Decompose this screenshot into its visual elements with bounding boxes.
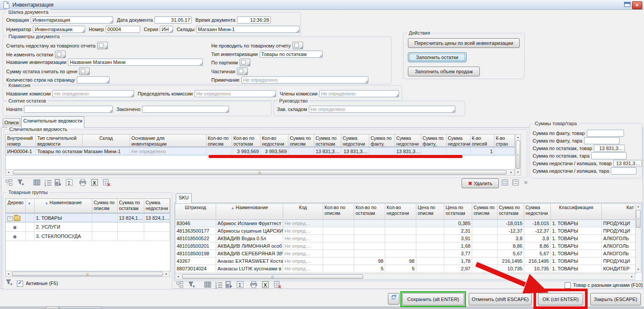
expand-icon[interactable]: + [8,216,12,221]
scrollbar-thumb[interactable]: ||| [182,274,363,279]
column-header[interactable]: Кол-во по описям [323,204,354,220]
scroll-left-arrow[interactable]: ◄ [6,272,11,277]
column-header[interactable]: Сумма по описям [288,135,314,147]
column-header[interactable]: ▲Наименование [216,204,283,220]
calculator-icon[interactable] [225,281,233,289]
active-f5-checkbox[interactable] [17,281,23,287]
column-header[interactable]: Сумма по факту, [369,135,395,147]
operation-input[interactable]: Инвентаризация [31,16,113,24]
column-header[interactable]: Основание для инвентаризации [130,135,206,147]
column-header[interactable]: Кол-во по остаткам [232,135,261,147]
groups-filter-icon[interactable] [5,279,13,287]
number-input[interactable]: 00004 [106,26,140,33]
doc-time-input[interactable]: 12:36:28 [237,16,271,24]
warehouse-input[interactable]: Магазин Мини-1 [196,26,300,33]
print-icon[interactable] [250,281,258,289]
table-row[interactable]: 481018500522АКВАДИВ Водка 0.5лНе опред…3… [175,235,636,242]
table-row[interactable]: 2. УСЛУГИ [6,222,170,232]
numbered-list-icon[interactable]: 123 [215,281,223,289]
cancel-button[interactable]: Отменить (shift ESCAPE) [469,293,532,305]
column-header[interactable]: Сумма по описям [92,199,118,213]
list-view-icon[interactable] [512,179,520,187]
sheet-v-scrollbar[interactable]: ▲▼= [515,134,521,175]
column-header[interactable]: Сумма недостачи [341,135,369,147]
warehouse-manager-input[interactable]: Не определено [309,106,455,113]
column-header[interactable]: Штрихкод [175,204,216,220]
column-header[interactable]: Сумма недостачи [395,135,421,147]
table-row[interactable]: 481018500198АКВАДИВ СЕРЕБРЯНАЯ 38% Водк…… [175,250,636,258]
tree-icon[interactable] [5,179,13,187]
columns-icon[interactable] [204,281,212,289]
columns-icon[interactable] [33,179,41,187]
close-button[interactable]: ✕ [632,1,642,9]
flag-by-batches[interactable] [240,59,250,66]
table-row[interactable]: 83046Абрикос Испания Фрукттест весНе опр… [175,220,636,227]
grid-view-icon[interactable] [502,179,510,187]
refresh-button[interactable] [388,293,399,305]
scroll-left-arrow[interactable]: ◄ [6,170,11,175]
table-row[interactable]: +1. ТОВАРЫ13 824,1…13 824,1… [6,213,170,222]
sheet-h-scrollbar[interactable]: ◄►||| [5,169,514,175]
scroll-right-arrow[interactable]: ► [629,274,635,279]
sum-icon[interactable]: Σ [66,179,74,187]
inventory-type-input[interactable]: Товары по остаткам [260,51,323,58]
scrollbar-thumb[interactable]: = [636,210,640,228]
flag-sum-by-price[interactable] [79,67,90,75]
numerator-input[interactable]: Инвентаризации [33,26,85,33]
sum-field-5[interactable] [611,167,636,174]
delete-button[interactable]: ✖ Удалить [462,178,499,188]
restore-icon[interactable] [624,2,632,8]
column-header[interactable]: Сумма недостачи [524,204,551,220]
fill-sales-volume-button[interactable]: Заполнить объем продаж [408,67,480,76]
tab-sku[interactable]: SKU [176,193,192,203]
sku-v-scrollbar[interactable]: ▲▼= [635,203,641,273]
column-header[interactable]: Кол-во по описям [206,135,232,147]
scroll-up-arrow[interactable]: ▲ [515,135,521,139]
tab-opisi[interactable]: Описи [3,118,20,127]
numbered-list-icon[interactable]: 123 [44,179,52,187]
sum-field-1[interactable] [584,137,620,144]
scroll-right-arrow[interactable]: ► [164,272,169,277]
column-header[interactable]: Склад [83,135,130,147]
grid-remove-icon[interactable] [103,179,111,187]
calculator-icon[interactable] [54,179,62,187]
scrollbar-thumb[interactable]: ||| [13,170,506,174]
table-row[interactable]: 88073014024Ананасы LUTIK кусочками в сир… [175,265,636,273]
save-button[interactable]: Сохранить (alt ENTER) [402,293,464,305]
column-header[interactable]: Дерево [6,199,26,213]
sum-field-3[interactable] [591,152,627,159]
sum-field-4[interactable]: 13 831,3… [613,160,642,167]
scroll-left-arrow[interactable]: ◄ [175,274,181,279]
close-x-icon[interactable]: ✕ [524,180,530,186]
scrollbar-thumb[interactable]: = [516,140,520,169]
grid-remove-icon[interactable] [274,281,282,289]
column-header[interactable]: Сумма по факту, [421,135,446,147]
column-header[interactable]: Классификация [551,204,602,220]
column-header[interactable]: Кол-во недостачи [261,135,288,147]
excel-icon[interactable]: X [91,179,99,187]
column-header[interactable]: К-во описей [470,135,494,147]
rows-per-page-input[interactable] [77,76,110,83]
column-header[interactable]: К-во стран [494,135,515,147]
sum-field-0[interactable] [587,130,624,137]
table-row[interactable]: 481018500201АКВАДИВ ЛИМОННАЯ особ Водка…… [175,242,636,250]
table-row[interactable]: 481363500177Абрикосы сушеные ЦАРСКИЕ кур… [175,227,636,235]
scroll-down-arrow[interactable]: ▼ [636,267,641,272]
recalc-prices-button[interactable]: Пересчитать цены по всей инвентаризации [408,38,520,48]
column-header[interactable]: Тип сличительной ведомости [36,135,83,147]
flag-partial[interactable] [237,67,248,75]
started-input[interactable] [24,106,113,113]
column-header[interactable]: Код [283,204,323,220]
flag-no-change-remainders[interactable] [55,51,66,58]
scroll-down-arrow[interactable]: ▼ [515,170,521,174]
table-row[interactable]: 3. СТЕКЛОПОСУДА [6,232,170,241]
column-header[interactable]: Кол-во по остаткам [354,204,385,220]
ok-button[interactable]: OK (ctrl ENTER) [538,293,583,305]
column-header[interactable]: ▲Наименование [35,199,92,213]
scrollbar-thumb[interactable]: ||| [12,272,163,276]
scroll-up-arrow[interactable]: ▲ [636,204,641,209]
column-header[interactable]: Сумма недостачи [144,199,170,213]
doc-date-input[interactable]: 31.05.17 [154,16,192,24]
print-icon[interactable] [79,179,87,187]
commission-members-input[interactable]: Не определено [319,90,399,97]
